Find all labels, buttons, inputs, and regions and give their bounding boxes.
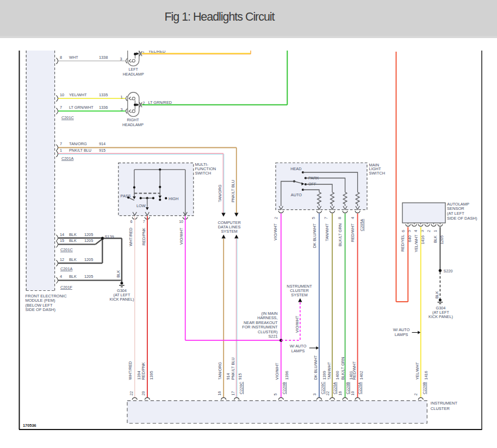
svg-text:C205A: C205A [359,219,364,231]
svg-text:2: 2 [413,393,418,395]
svg-text:4: 4 [413,230,418,232]
svg-text:VIO/WHT: VIO/WHT [295,315,300,333]
svg-text:SWITCH: SWITCH [369,171,386,176]
svg-text:5: 5 [311,217,316,219]
svg-text:1396: 1396 [284,371,289,379]
svg-text:LAMPS: LAMPS [291,349,305,353]
svg-text:7: 7 [60,105,62,110]
svg-text:PNK/LT BLU: PNK/LT BLU [231,180,235,202]
svg-text:HEADLAMP: HEADLAMP [122,123,144,127]
svg-text:WHT/RED: WHT/RED [129,228,134,246]
svg-text:BLK: BLK [69,257,77,262]
svg-text:8: 8 [60,55,62,60]
svg-text:170536: 170536 [23,423,36,428]
svg-text:YEL/WHT: YEL/WHT [414,234,419,252]
svg-text:20: 20 [141,391,146,395]
svg-text:WHT: WHT [69,55,78,60]
svg-text:1205: 1205 [439,235,444,244]
svg-text:PNK/LT BLU: PNK/LT BLU [69,148,91,153]
svg-text:YEL/WHT: YEL/WHT [415,362,420,380]
svg-text:1: 1 [120,95,122,99]
svg-text:1335: 1335 [99,92,108,97]
svg-text:TAN/WHT: TAN/WHT [327,362,332,379]
svg-text:AUTO: AUTO [291,192,302,197]
svg-text:RED/PNK: RED/PNK [141,228,146,246]
svg-text:C220B: C220B [282,382,287,394]
svg-text:10: 10 [350,391,355,395]
svg-text:TAN/WHT: TAN/WHT [325,223,330,241]
svg-text:VIO/WHT: VIO/WHT [275,363,279,380]
svg-text:VIO/WHT: VIO/WHT [179,227,184,245]
svg-text:3: 3 [120,57,122,61]
svg-text:BLK: BLK [433,235,438,243]
svg-text:12: 12 [60,257,64,262]
svg-text:17: 17 [231,391,235,395]
svg-text:LOW: LOW [136,203,146,208]
svg-text:RED/YEL: RED/YEL [400,235,405,252]
svg-text:1338: 1338 [99,55,108,60]
svg-text:10: 10 [60,92,64,97]
svg-text:5: 5 [273,393,278,395]
svg-text:4: 4 [350,217,355,219]
svg-text:1205: 1205 [84,232,93,237]
svg-text:C201F: C201F [60,285,72,290]
svg-text:640: 640 [407,235,412,242]
svg-text:PNK/LT BLU: PNK/LT BLU [231,357,235,379]
svg-text:6: 6 [401,230,406,232]
svg-text:1416: 1416 [424,371,428,379]
svg-text:KICK PANEL): KICK PANEL) [110,297,134,302]
svg-text:VIO/WHT: VIO/WHT [273,223,278,240]
svg-text:C220B: C220B [422,382,427,394]
svg-text:PASS: PASS [121,194,131,198]
svg-text:1416: 1416 [420,235,425,244]
svg-text:RED/PNK: RED/PNK [141,362,146,380]
svg-text:W/ AUTO: W/ AUTO [290,344,307,349]
svg-text:BLK: BLK [69,238,77,243]
svg-text:BLK/LT GRN: BLK/LT GRN [338,223,343,246]
svg-text:C201C: C201C [61,115,74,120]
svg-text:BLK: BLK [69,274,77,279]
svg-text:7: 7 [143,220,145,223]
svg-text:HEAD: HEAD [290,166,301,171]
svg-text:1205: 1205 [84,274,93,279]
svg-text:DK BLU/WHT: DK BLU/WHT [312,223,317,248]
svg-text:HIGH: HIGH [169,196,178,201]
svg-text:915: 915 [99,148,105,153]
svg-text:10: 10 [179,220,183,223]
svg-text:914: 914 [99,141,105,146]
svg-text:1: 1 [60,148,62,153]
svg-text:6: 6 [131,220,133,223]
svg-text:15: 15 [60,238,64,243]
svg-text:BLK: BLK [116,270,121,278]
svg-text:3: 3 [120,107,122,112]
svg-text:1400: 1400 [335,371,340,379]
svg-text:LT GRN/WHT: LT GRN/WHT [69,105,94,110]
svg-text:SYSTEM: SYSTEM [221,229,237,234]
svg-text:SYSTEM: SYSTEM [291,293,307,297]
svg-text:WHT/RED: WHT/RED [128,361,133,379]
svg-text:S221: S221 [268,334,277,339]
svg-text:3: 3 [312,393,317,395]
svg-text:8: 8 [337,217,342,219]
svg-text:2: 2 [426,230,431,232]
svg-text:7: 7 [60,141,62,146]
svg-text:BLK: BLK [69,232,77,237]
svg-text:C201A: C201A [60,266,72,271]
svg-text:1205: 1205 [84,257,93,262]
svg-text:HEADLAMP: HEADLAMP [123,72,144,77]
svg-text:1402: 1402 [359,371,364,379]
svg-text:C201C: C201C [60,247,73,252]
svg-text:914: 914 [226,373,231,379]
svg-text:TAN/ORG: TAN/ORG [218,362,222,379]
svg-text:C220C: C220C [320,382,325,394]
svg-text:16: 16 [338,391,343,395]
svg-text:22: 22 [129,391,134,395]
svg-text:SWITCH: SWITCH [195,171,212,176]
svg-text:KICK PANEL): KICK PANEL) [428,314,453,319]
svg-text:RED/WHT: RED/WHT [352,361,357,380]
svg-text:S139: S139 [105,234,114,239]
svg-text:C220A: C220A [332,382,337,394]
svg-text:RED/WHT: RED/WHT [350,223,355,242]
svg-text:S220: S220 [444,269,453,273]
svg-text:DK BLU/WHT: DK BLU/WHT [313,355,318,380]
